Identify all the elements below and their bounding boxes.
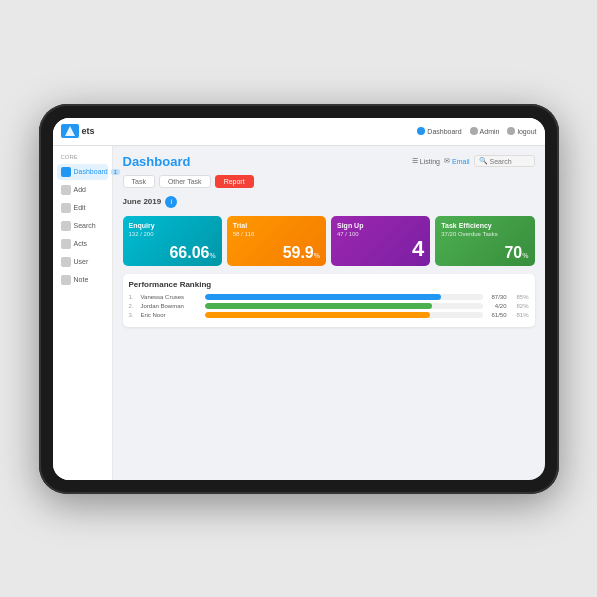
sidebar-item-note[interactable]: Note — [57, 272, 108, 288]
date-picker-icon[interactable]: i — [165, 196, 177, 208]
sidebar-item-label-user: User — [74, 258, 89, 265]
sidebar-item-label-edit: Edit — [74, 204, 86, 211]
sidebar-item-search[interactable]: Search — [57, 218, 108, 234]
date-row: June 2019 i — [123, 196, 535, 208]
stat-card-signup: Sign Up 47 / 100 4 — [331, 216, 430, 266]
logo-icon — [61, 124, 79, 138]
add-icon — [61, 185, 71, 195]
search-input[interactable] — [490, 158, 530, 165]
perf-table: 1. Vanessa Cruses 87/30 85% 2. Jordan Bo… — [129, 294, 529, 318]
trial-subtitle: 58 / 116 — [233, 231, 320, 237]
sidebar-item-user[interactable]: User — [57, 254, 108, 270]
efficiency-subtitle: 37/20 Overdue Tasks — [441, 231, 528, 237]
perf-rank-2: 2. — [129, 303, 137, 309]
perf-bar-container-3 — [205, 312, 483, 318]
main-content: Dashboard ☰ Listing ✉ Email 🔍 — [113, 146, 545, 480]
signup-title: Sign Up — [337, 222, 424, 229]
logout-nav-icon — [507, 127, 515, 135]
content-area: Core Dashboard 1 Add Edit Search — [53, 146, 545, 480]
performance-section: Performance Ranking 1. Vanessa Cruses 87… — [123, 274, 535, 327]
perf-pct-3: 81% — [511, 312, 529, 318]
perf-name-2: Jordan Bowman — [141, 303, 201, 309]
perf-val-1: 87/30 — [487, 294, 507, 300]
perf-val-2: 4/20 — [487, 303, 507, 309]
sidebar-item-acts[interactable]: Acts — [57, 236, 108, 252]
perf-pct-2: 82% — [511, 303, 529, 309]
efficiency-title: Task Efficiency — [441, 222, 528, 229]
stats-row: Enquiry 132 / 200 66.06% Trial 58 / 116 … — [123, 216, 535, 266]
header-actions: ☰ Listing ✉ Email 🔍 — [412, 155, 535, 167]
page-header: Dashboard ☰ Listing ✉ Email 🔍 — [123, 154, 535, 169]
top-nav: ets Dashboard Admin logout — [53, 118, 545, 146]
logo-text: ets — [82, 126, 95, 136]
acts-icon — [61, 239, 71, 249]
tablet-screen: ets Dashboard Admin logout — [53, 118, 545, 480]
sidebar-section-label: Core — [57, 152, 108, 162]
nav-dashboard[interactable]: Dashboard — [417, 127, 461, 135]
date-label: June 2019 — [123, 197, 162, 206]
user-icon — [61, 257, 71, 267]
edit-icon — [61, 203, 71, 213]
nav-logout[interactable]: logout — [507, 127, 536, 135]
stat-card-efficiency: Task Efficiency 37/20 Overdue Tasks 70% — [435, 216, 534, 266]
efficiency-value: 70% — [504, 244, 528, 262]
sidebar-item-label-acts: Acts — [74, 240, 88, 247]
sidebar-item-edit[interactable]: Edit — [57, 200, 108, 216]
perf-val-3: 61/50 — [487, 312, 507, 318]
tab-other-task[interactable]: Other Task — [159, 175, 211, 188]
sidebar-item-add[interactable]: Add — [57, 182, 108, 198]
performance-title: Performance Ranking — [129, 280, 529, 289]
sidebar-item-dashboard[interactable]: Dashboard 1 — [57, 164, 108, 180]
perf-rank-3: 3. — [129, 312, 137, 318]
trial-title: Trial — [233, 222, 320, 229]
perf-row-1: 1. Vanessa Cruses 87/30 85% — [129, 294, 529, 300]
header-listing[interactable]: ☰ Listing — [412, 157, 440, 165]
page-title: Dashboard — [123, 154, 191, 169]
perf-bar-1 — [205, 294, 441, 300]
search-sidebar-icon — [61, 221, 71, 231]
dashboard-nav-icon — [417, 127, 425, 135]
perf-name-3: Eric Noor — [141, 312, 201, 318]
signup-value: 4 — [412, 236, 424, 262]
perf-bar-container-2 — [205, 303, 483, 309]
perf-bar-3 — [205, 312, 430, 318]
tab-task[interactable]: Task — [123, 175, 155, 188]
sidebar-item-label-add: Add — [74, 186, 86, 193]
search-box[interactable]: 🔍 — [474, 155, 535, 167]
note-icon — [61, 275, 71, 285]
stat-card-trial: Trial 58 / 116 59.9% — [227, 216, 326, 266]
perf-pct-1: 85% — [511, 294, 529, 300]
sidebar: Core Dashboard 1 Add Edit Search — [53, 146, 113, 480]
admin-nav-icon — [470, 127, 478, 135]
perf-rank-1: 1. — [129, 294, 137, 300]
perf-row-2: 2. Jordan Bowman 4/20 82% — [129, 303, 529, 309]
header-email[interactable]: ✉ Email — [444, 157, 470, 165]
sidebar-item-label-note: Note — [74, 276, 89, 283]
enquiry-value: 66.06% — [169, 244, 215, 262]
nav-actions: Dashboard Admin logout — [417, 127, 536, 135]
logo-area: ets — [61, 124, 121, 138]
tabs-row: Task Other Task Report — [123, 175, 535, 188]
perf-bar-container-1 — [205, 294, 483, 300]
nav-admin[interactable]: Admin — [470, 127, 500, 135]
enquiry-subtitle: 132 / 200 — [129, 231, 216, 237]
perf-row-3: 3. Eric Noor 61/50 81% — [129, 312, 529, 318]
svg-marker-0 — [65, 126, 75, 136]
dashboard-icon — [61, 167, 71, 177]
perf-name-1: Vanessa Cruses — [141, 294, 201, 300]
tablet-frame: ets Dashboard Admin logout — [39, 104, 559, 494]
enquiry-title: Enquiry — [129, 222, 216, 229]
sidebar-item-label-dashboard: Dashboard — [74, 168, 108, 175]
trial-value: 59.9% — [283, 244, 320, 262]
tab-report[interactable]: Report — [215, 175, 254, 188]
sidebar-item-label-search: Search — [74, 222, 96, 229]
stat-card-enquiry: Enquiry 132 / 200 66.06% — [123, 216, 222, 266]
perf-bar-2 — [205, 303, 433, 309]
